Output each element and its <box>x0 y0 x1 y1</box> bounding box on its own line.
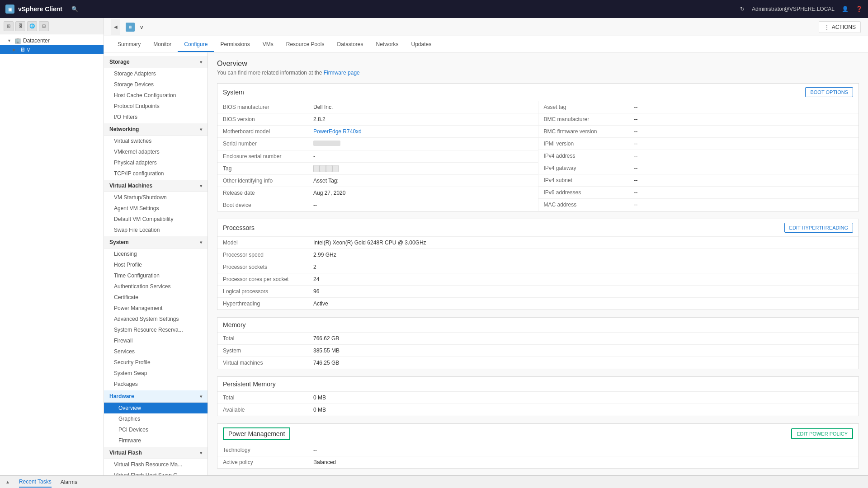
nav-item-vf-host-swap[interactable]: Virtual Flash Host Swap C... <box>104 470 208 475</box>
object-icon: 🖥 <box>126 23 135 32</box>
nav-item-physical-adapters[interactable]: Physical adapters <box>104 157 208 168</box>
field-label: MAC address <box>538 199 629 211</box>
field-value: -- <box>629 199 859 211</box>
table-row: IPv4 gateway-- <box>538 162 859 174</box>
nav-item-io-filters[interactable]: I/O Filters <box>104 112 208 122</box>
field-value: -- <box>629 174 859 187</box>
nav-item-packages[interactable]: Packages <box>104 379 208 389</box>
field-value: -- <box>629 113 859 126</box>
tree-icon-vms[interactable]: ⊞ <box>4 21 14 31</box>
nav-item-storage-adapters[interactable]: Storage Adapters <box>104 68 208 79</box>
field-value: -- <box>629 150 859 162</box>
main-content: Overview You can find more related infor… <box>208 52 868 475</box>
nav-hardware-label: Hardware <box>109 393 134 399</box>
help-icon[interactable]: ❓ <box>856 6 863 12</box>
persistent-memory-card-header: Persistent Memory <box>217 377 859 392</box>
nav-item-time-config[interactable]: Time Configuration <box>104 270 208 281</box>
tab-monitor[interactable]: Monitor <box>147 38 178 52</box>
nav-item-vf-resource[interactable]: Virtual Flash Resource Ma... <box>104 459 208 470</box>
nav-item-licensing[interactable]: Licensing <box>104 249 208 259</box>
nav-section-header-system[interactable]: System ▾ <box>104 236 208 249</box>
vm-chevron-icon: ▾ <box>200 183 202 188</box>
nav-item-certificate[interactable]: Certificate <box>104 292 208 303</box>
nav-item-agent-vm[interactable]: Agent VM Settings <box>104 203 208 214</box>
nav-item-hardware-overview[interactable]: Overview <box>104 403 208 413</box>
tree-icons: ⊞ 🗄 🌐 ⊟ <box>4 21 49 31</box>
nav-item-system-swap[interactable]: System Swap <box>104 368 208 379</box>
edit-power-policy-button[interactable]: EDIT POWER POLICY <box>791 428 853 439</box>
tree-icon-network[interactable]: 🌐 <box>27 21 37 31</box>
boot-options-button[interactable]: BOOT OPTIONS <box>805 87 853 97</box>
actions-button[interactable]: ⋮ ACTIONS <box>819 21 861 33</box>
field-value: PowerEdge R740xd <box>308 126 538 138</box>
bottom-tab-recent-tasks[interactable]: Recent Tasks <box>19 477 52 488</box>
nav-item-host-profile[interactable]: Host Profile <box>104 259 208 270</box>
tab-configure[interactable]: Configure <box>178 38 214 52</box>
nav-item-virtual-switches[interactable]: Virtual switches <box>104 136 208 146</box>
nav-item-protocol-endpoints[interactable]: Protocol Endpoints <box>104 101 208 112</box>
tab-updates[interactable]: Updates <box>405 38 438 52</box>
nav-item-tcpip-config[interactable]: TCP/IP configuration <box>104 168 208 179</box>
nav-item-pci-devices[interactable]: PCI Devices <box>104 424 208 435</box>
field-label: IPMI version <box>538 138 629 150</box>
tab-datastores[interactable]: Datastores <box>330 38 369 52</box>
nav-item-sys-resource[interactable]: System Resource Reserva... <box>104 324 208 335</box>
tree-icon-host[interactable]: ⊟ <box>39 21 49 31</box>
field-label: Other identifying info <box>217 175 308 187</box>
field-label: Processor sockets <box>217 261 308 273</box>
nav-section-header-virtual-flash[interactable]: Virtual Flash ▾ <box>104 447 208 459</box>
nav-section-header-hardware[interactable]: Hardware ▾ <box>104 390 208 403</box>
field-value: 0 MB <box>308 404 859 416</box>
tab-summary[interactable]: Summary <box>111 38 147 52</box>
search-icon[interactable]: 🔍 <box>71 6 78 12</box>
hardware-chevron-icon: ▾ <box>200 394 202 399</box>
tab-vms[interactable]: VMs <box>256 38 280 52</box>
field-value: - <box>308 150 538 163</box>
nav-item-auth-services[interactable]: Authentication Services <box>104 281 208 292</box>
field-label: Available <box>217 404 308 416</box>
nav-item-storage-devices[interactable]: Storage Devices <box>104 79 208 90</box>
tree-item-datacenter[interactable]: ▼ 🏢 Datacenter <box>0 36 104 45</box>
tree-item-host[interactable]: ▶ 🖥 v <box>0 45 104 54</box>
tab-resource-pools[interactable]: Resource Pools <box>280 38 331 52</box>
power-management-card-header: Power Management EDIT POWER POLICY <box>217 424 859 444</box>
user-icon[interactable]: 👤 <box>842 6 849 12</box>
table-row: Total0 MB <box>217 392 859 404</box>
nav-item-vmkernel-adapters[interactable]: VMkernel adapters <box>104 146 208 157</box>
nav-section-header-storage[interactable]: Storage ▾ <box>104 56 208 68</box>
sidebar-collapse-btn[interactable]: ◀ <box>111 19 120 35</box>
tab-networks[interactable]: Networks <box>370 38 405 52</box>
field-label: Active policy <box>217 456 308 469</box>
nav-item-firewall[interactable]: Firewall <box>104 335 208 346</box>
tag-2 <box>320 165 326 172</box>
bottom-tab-alarms[interactable]: Alarms <box>61 477 77 487</box>
expand-icon[interactable]: ▲ <box>5 479 10 484</box>
nav-item-security-profile[interactable]: Security Profile <box>104 357 208 368</box>
nav-item-vm-startup[interactable]: VM Startup/Shutdown <box>104 192 208 203</box>
nav-section-hardware: Hardware ▾ Overview Graphics PCI Devices… <box>104 390 208 446</box>
nav-item-vm-compat[interactable]: Default VM Compatibility <box>104 214 208 225</box>
tab-permissions[interactable]: Permissions <box>214 38 256 52</box>
nav-item-host-cache[interactable]: Host Cache Configuration <box>104 90 208 101</box>
nav-section-header-vm[interactable]: Virtual Machines ▾ <box>104 180 208 192</box>
field-label: IPv6 addresses <box>538 187 629 199</box>
nav-section-header-networking[interactable]: Networking ▾ <box>104 123 208 136</box>
edit-hyperthreading-button[interactable]: EDIT HYPERTHREADING <box>784 223 853 233</box>
table-row: Logical processors96 <box>217 286 859 298</box>
field-value <box>308 138 538 150</box>
refresh-icon[interactable]: ↻ <box>740 6 745 12</box>
tree-icon-storage[interactable]: 🗄 <box>15 21 25 31</box>
nav-storage-label: Storage <box>109 59 130 65</box>
nav-section-system: System ▾ Licensing Host Profile Time Con… <box>104 236 208 389</box>
nav-item-power-mgmt[interactable]: Power Management <box>104 303 208 314</box>
power-management-title: Power Management <box>228 430 285 437</box>
nav-item-graphics[interactable]: Graphics <box>104 413 208 424</box>
nav-item-swap-file[interactable]: Swap File Location <box>104 225 208 235</box>
nav-item-advanced-settings[interactable]: Advanced System Settings <box>104 314 208 324</box>
nav-item-firmware[interactable]: Firmware <box>104 435 208 446</box>
nav-item-services[interactable]: Services <box>104 346 208 357</box>
firmware-page-link[interactable]: Firmware page <box>324 70 360 76</box>
table-row: Processor cores per socket24 <box>217 273 859 286</box>
user-menu[interactable]: Administrator@VSPHERE.LOCAL <box>752 6 835 12</box>
tree-host-arrow: ▶ <box>13 47 18 52</box>
